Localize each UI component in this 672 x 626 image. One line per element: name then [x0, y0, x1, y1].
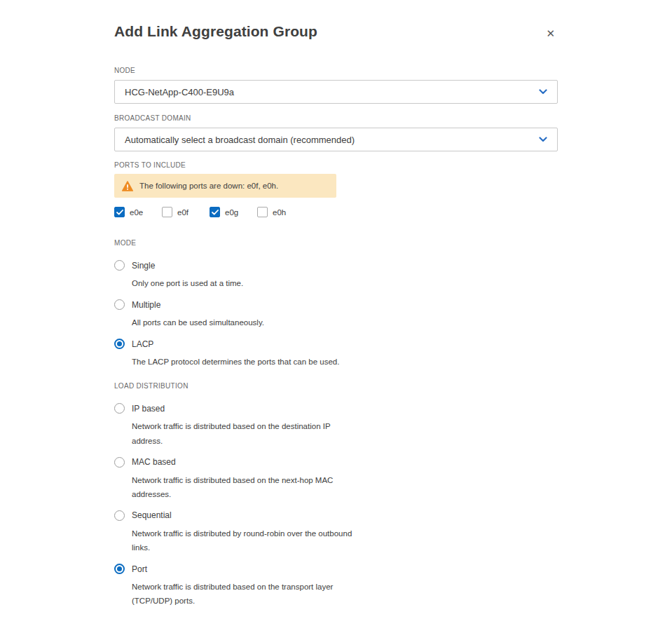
port-checkbox-label: e0e — [130, 208, 143, 217]
page-title: Add Link Aggregation Group — [114, 23, 317, 40]
warning-text: The following ports are down: e0f, e0h. — [139, 182, 278, 190]
load-option-description: Network traffic is distributed based on … — [132, 473, 352, 501]
port-checkbox-e0f[interactable]: e0f — [162, 207, 210, 217]
load-radio-ip-based[interactable]: IP based — [114, 403, 558, 414]
radio-unselected-icon — [114, 510, 125, 521]
dialog-header: Add Link Aggregation Group ✕ — [114, 23, 558, 42]
load-option-ip-based: IP based Network traffic is distributed … — [114, 403, 558, 447]
load-option-label: MAC based — [132, 457, 176, 467]
port-checkbox-label: e0h — [273, 208, 286, 217]
ports-down-warning-banner: The following ports are down: e0f, e0h. — [114, 174, 336, 198]
broadcast-domain-field-label: BROADCAST DOMAIN — [114, 114, 558, 122]
radio-selected-icon — [114, 564, 125, 574]
load-option-sequential: Sequential Network traffic is distribute… — [114, 510, 558, 554]
ports-to-include-label: PORTS TO INCLUDE — [114, 161, 558, 169]
mode-label: MODE — [114, 239, 558, 247]
port-checkbox-label: e0g — [225, 208, 238, 217]
mode-option-lacp: LACP The LACP protocol determines the po… — [114, 339, 558, 369]
node-select-value: HCG-NetApp-C400-E9U9a — [125, 87, 234, 97]
port-checkbox-e0g[interactable]: e0g — [210, 207, 257, 217]
mode-radio-single[interactable]: Single — [114, 260, 558, 271]
chevron-down-icon — [539, 137, 547, 142]
mode-option-label: Single — [132, 261, 155, 271]
load-option-mac-based: MAC based Network traffic is distributed… — [114, 457, 558, 501]
mode-option-label: LACP — [132, 339, 153, 349]
mode-option-description: All ports can be used simultaneously. — [132, 315, 352, 329]
mode-option-description: Only one port is used at a time. — [132, 276, 352, 290]
load-option-port: Port Network traffic is distributed base… — [114, 564, 558, 608]
node-select[interactable]: HCG-NetApp-C400-E9U9a — [114, 80, 558, 104]
port-checkbox-label: e0f — [177, 208, 188, 217]
broadcast-domain-select-value: Automatically select a broadcast domain … — [125, 135, 355, 145]
load-option-description: Network traffic is distributed based on … — [132, 419, 352, 447]
load-option-description: Network traffic is distributed based on … — [132, 580, 352, 608]
warning-triangle-icon — [122, 181, 133, 191]
radio-unselected-icon — [114, 457, 125, 468]
broadcast-domain-select[interactable]: Automatically select a broadcast domain … — [114, 128, 558, 151]
mode-radio-multiple[interactable]: Multiple — [114, 299, 558, 310]
load-option-description: Network traffic is distributed by round-… — [132, 526, 352, 554]
load-option-label: Port — [132, 564, 147, 574]
radio-selected-icon — [114, 339, 125, 349]
port-checkbox-e0e[interactable]: e0e — [114, 207, 162, 217]
load-distribution-label: LOAD DISTRIBUTION — [114, 382, 558, 390]
radio-unselected-icon — [114, 403, 125, 414]
chevron-down-icon — [539, 89, 547, 95]
load-option-label: IP based — [132, 404, 165, 414]
mode-option-single: Single Only one port is used at a time. — [114, 260, 558, 290]
mode-option-label: Multiple — [132, 300, 160, 310]
load-option-label: Sequential — [132, 510, 172, 520]
node-field-label: NODE — [114, 67, 558, 74]
load-radio-port[interactable]: Port — [114, 564, 558, 574]
checkbox-checked-icon — [114, 207, 125, 217]
port-checkbox-e0h[interactable]: e0h — [257, 207, 305, 217]
checkbox-unchecked-icon — [257, 207, 268, 217]
radio-unselected-icon — [114, 299, 125, 310]
add-link-aggregation-group-dialog: Add Link Aggregation Group ✕ NODE HCG-Ne… — [114, 23, 558, 626]
checkbox-checked-icon — [210, 207, 220, 217]
mode-option-multiple: Multiple All ports can be used simultane… — [114, 299, 558, 329]
load-radio-mac-based[interactable]: MAC based — [114, 457, 558, 468]
checkbox-unchecked-icon — [162, 207, 172, 217]
mode-option-description: The LACP protocol determines the ports t… — [132, 355, 352, 369]
close-icon[interactable]: ✕ — [543, 26, 558, 42]
radio-unselected-icon — [114, 260, 125, 271]
load-radio-sequential[interactable]: Sequential — [114, 510, 558, 521]
port-checkbox-row: e0e e0f e0g e0h — [114, 207, 558, 217]
mode-radio-lacp[interactable]: LACP — [114, 339, 558, 349]
